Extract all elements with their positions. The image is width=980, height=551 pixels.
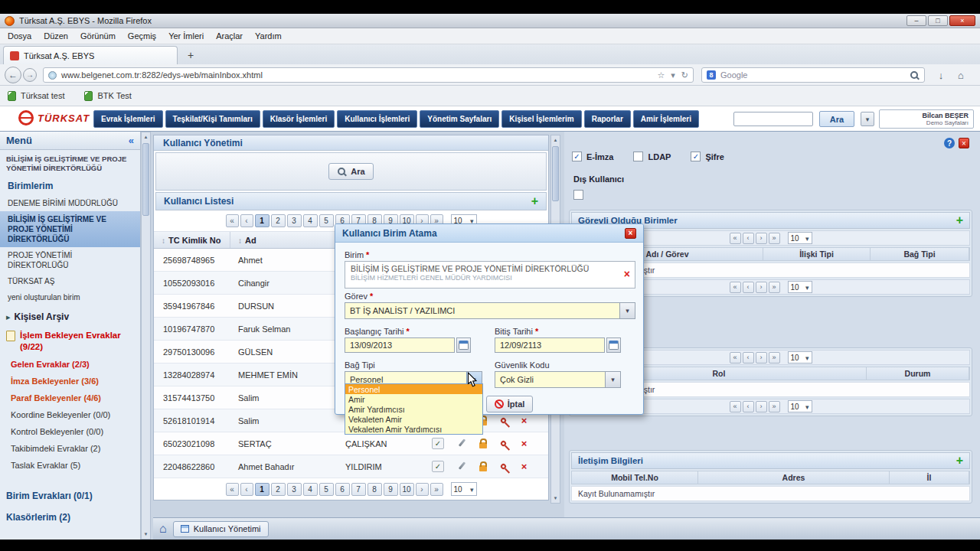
page-button[interactable]: 2 [271,483,286,496]
page-button[interactable]: 1 [255,483,270,496]
nav-yonetim-sayfalari[interactable]: Yönetim Sayfaları [420,110,499,128]
page-button[interactable]: 9 [384,483,398,496]
edit-icon[interactable] [456,461,468,472]
home-icon[interactable]: ⌂ [952,67,969,83]
next-page-button[interactable] [416,483,429,496]
scrollbar-thumb[interactable] [552,146,559,201]
eimza-checkbox[interactable] [572,152,582,161]
help-icon[interactable] [944,138,955,148]
prev-page-button[interactable] [743,282,754,293]
home-icon[interactable] [159,522,167,536]
last-page-button[interactable] [769,352,780,364]
collapse-sidebar-icon[interactable] [129,135,134,146]
page-button[interactable]: 1 [255,214,270,227]
last-page-button[interactable] [430,483,443,496]
page-button[interactable]: 5 [319,483,334,496]
gorev-select[interactable]: BT İŞ ANALİST / YAZILIMCI ▾ [345,302,635,319]
page-size-select[interactable]: 10 [788,281,812,293]
nav-kullanici-islemleri[interactable]: Kullanıcı İşlemleri [337,110,417,128]
forward-button[interactable]: → [23,68,37,82]
ldap-checkbox[interactable] [633,152,643,161]
page-size-select[interactable]: 10 [788,351,812,364]
prev-page-button[interactable] [743,352,754,364]
column-header-tc[interactable]: TC Kimlik No [154,232,230,248]
next-page-button[interactable] [756,282,767,293]
sidebar-item-kontrol-bekleyenler[interactable]: Kontrol Bekleyenler (0/0) [0,423,140,440]
edit-icon[interactable] [456,438,468,449]
key-icon[interactable] [500,440,508,448]
add-iletisim-icon[interactable] [956,455,963,467]
column-header[interactable]: İlişki Tipi [763,248,871,260]
calendar-button[interactable] [456,337,471,353]
page-size-select[interactable]: 10 [788,400,812,412]
first-page-button[interactable] [226,214,239,227]
nav-teskilat-kisi-tanimlari[interactable]: Teşkilat/Kişi Tanımları [165,110,260,128]
next-page-button[interactable] [756,401,767,412]
birim-field[interactable]: BİLİŞİM İŞ GELİŞTİRME VE PROJE YÖNETİMİ … [345,261,635,289]
search-icon[interactable] [910,70,920,80]
delete-icon[interactable] [518,461,530,472]
nav-klasor-islemleri[interactable]: Klasör İşlemleri [263,110,335,128]
menu-gorunum[interactable]: Görünüm [80,31,116,41]
first-page-button[interactable] [226,483,239,496]
reload-icon[interactable]: ↻ [681,70,688,80]
sidebar-item-takibimdeki-evraklar[interactable]: Takibimdeki Evraklar (2) [0,440,140,457]
url-field[interactable]: www.belgenet.com.tr:8282/edys-web/mainIn… [43,67,694,83]
downloads-icon[interactable]: ↓ [933,67,949,83]
menu-dosya[interactable]: Dosya [8,31,31,41]
panel-close-icon[interactable] [959,138,969,148]
header-search-input[interactable] [733,112,813,126]
column-header[interactable]: İl [890,471,969,484]
column-header[interactable]: Mobil Tel.No [572,471,698,484]
next-page-button[interactable] [756,233,767,244]
nav-evrak-islemleri[interactable]: Evrak İşlemleri [93,110,163,128]
last-page-button[interactable] [769,401,780,412]
clear-birim-icon[interactable] [624,269,630,279]
sidebar-item-kisisel-arsiv[interactable]: Kişisel Arşiv [0,305,140,327]
ldap-option[interactable]: LDAP [633,152,671,161]
cancel-button[interactable]: İptal [486,396,534,412]
nav-kisisel-islemlerim[interactable]: Kişisel İşlemlerim [501,110,582,128]
sidebar-item-clipped[interactable]: Klasörlerim (2) [0,506,140,527]
column-header-ad[interactable]: Ad [230,232,338,248]
scroll-up-icon[interactable] [142,132,150,142]
first-page-button[interactable] [730,401,741,412]
close-button[interactable]: × [949,15,975,26]
sidebar-item-islem-yaptiklarim[interactable] [0,474,140,484]
table-row[interactable]: 22048622860 Ahmet Bahadır YILDIRIM [154,455,548,478]
bookmark-turksat-test[interactable]: Türksat test [8,91,64,101]
sidebar-item-gelen-evraklar[interactable]: Gelen Evraklar (2/3) [0,356,140,373]
dialog-close-icon[interactable] [625,228,636,239]
page-button[interactable]: 4 [303,214,318,227]
column-header[interactable]: Durum [867,367,969,380]
page-button[interactable]: 7 [351,483,366,496]
new-tab-button[interactable] [182,47,199,63]
page-button[interactable]: 8 [368,483,382,496]
page-button[interactable]: 3 [287,483,302,496]
add-user-icon[interactable] [531,195,538,207]
bitis-input[interactable]: 12/09/2113 [495,337,605,353]
sidebar-item-imza-bekleyenler[interactable]: İmza Bekleyenler (3/6) [0,373,140,390]
header-search-button[interactable]: Ara [819,111,854,127]
page-size-select[interactable]: 10 [451,482,477,496]
sidebar-item-koordine-bekleyenler[interactable]: Koordine Bekleyenler (0/0) [0,406,140,423]
first-page-button[interactable] [730,352,741,364]
user-info[interactable]: Bilcan BEŞER Demo Sayfaları [879,109,974,129]
browser-tab[interactable]: Türksat A.Ş. EBYS [3,46,178,64]
search-field[interactable]: Google [701,67,925,83]
lock-icon[interactable] [479,442,487,448]
dialog-header[interactable]: Kullanıcı Birim Atama [335,224,643,243]
sidebar-item-birim[interactable]: TÜRKSAT AŞ [0,273,140,289]
star-icon[interactable]: ☆ [657,70,665,80]
prev-page-button[interactable] [743,401,754,412]
lock-icon[interactable] [479,465,487,471]
delete-icon[interactable] [518,438,530,449]
page-button[interactable]: 3 [287,214,302,227]
page-size-select[interactable]: 10 [788,232,812,244]
nav-raporlar[interactable]: Raporlar [584,110,631,128]
sidebar-scrollbar[interactable] [141,132,151,540]
page-button[interactable]: 2 [271,214,286,227]
sidebar-item-taslak-evraklar[interactable]: Taslak Evraklar (5) [0,457,140,474]
first-page-button[interactable] [730,233,741,244]
sidebar-item-birim[interactable]: DENEME BİRİMİ MÜDÜRLÜĞÜ [0,195,140,211]
